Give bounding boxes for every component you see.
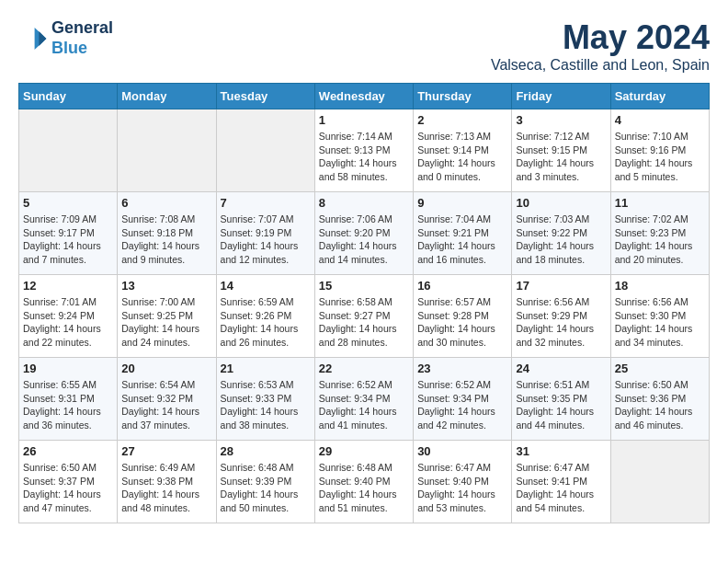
day-info: Sunrise: 6:49 AMSunset: 9:38 PMDaylight:…: [121, 461, 211, 515]
day-number: 11: [615, 196, 705, 210]
day-number: 10: [516, 196, 606, 210]
day-info: Sunrise: 6:51 AMSunset: 9:35 PMDaylight:…: [516, 378, 606, 432]
day-number: 14: [221, 279, 311, 293]
calendar-cell: 24Sunrise: 6:51 AMSunset: 9:35 PMDayligh…: [512, 358, 610, 441]
day-number: 7: [221, 196, 311, 210]
day-number: 4: [615, 113, 705, 127]
weekday-header: Thursday: [414, 84, 512, 109]
weekday-header: Saturday: [610, 84, 709, 109]
calendar-cell: 17Sunrise: 6:56 AMSunset: 9:29 PMDayligh…: [512, 275, 610, 358]
month-title: May 2024: [491, 18, 710, 57]
calendar-cell: 14Sunrise: 6:59 AMSunset: 9:26 PMDayligh…: [216, 275, 314, 358]
calendar-cell: 21Sunrise: 6:53 AMSunset: 9:33 PMDayligh…: [216, 358, 314, 441]
logo: General Blue: [18, 18, 113, 58]
logo-icon: [18, 24, 48, 53]
day-info: Sunrise: 7:07 AMSunset: 9:19 PMDaylight:…: [221, 213, 311, 267]
day-info: Sunrise: 7:14 AMSunset: 9:13 PMDaylight:…: [319, 130, 409, 184]
calendar-table: SundayMondayTuesdayWednesdayThursdayFrid…: [18, 83, 710, 523]
day-number: 12: [23, 279, 113, 293]
page-header: General Blue May 2024 Valseca, Castille …: [18, 18, 710, 74]
calendar-cell: 15Sunrise: 6:58 AMSunset: 9:27 PMDayligh…: [314, 275, 413, 358]
weekday-header: Sunday: [19, 84, 118, 109]
day-info: Sunrise: 7:01 AMSunset: 9:24 PMDaylight:…: [23, 295, 113, 350]
weekday-header: Tuesday: [216, 84, 314, 109]
calendar-cell: 8Sunrise: 7:06 AMSunset: 9:20 PMDaylight…: [314, 192, 413, 275]
calendar-cell: [216, 109, 314, 192]
svg-marker-1: [39, 31, 46, 46]
day-number: 3: [516, 113, 606, 127]
day-info: Sunrise: 6:50 AMSunset: 9:37 PMDaylight:…: [23, 461, 113, 515]
calendar-cell: 18Sunrise: 6:56 AMSunset: 9:30 PMDayligh…: [610, 275, 709, 358]
day-info: Sunrise: 7:12 AMSunset: 9:15 PMDaylight:…: [516, 130, 606, 184]
day-number: 28: [221, 444, 311, 458]
day-number: 6: [121, 196, 211, 210]
title-block: May 2024 Valseca, Castille and Leon, Spa…: [491, 18, 710, 74]
calendar-cell: [118, 109, 216, 192]
day-info: Sunrise: 6:59 AMSunset: 9:26 PMDaylight:…: [221, 295, 311, 350]
day-info: Sunrise: 6:56 AMSunset: 9:30 PMDaylight:…: [615, 295, 705, 350]
day-info: Sunrise: 6:53 AMSunset: 9:33 PMDaylight:…: [221, 378, 311, 432]
day-info: Sunrise: 7:02 AMSunset: 9:23 PMDaylight:…: [615, 213, 705, 267]
day-info: Sunrise: 7:08 AMSunset: 9:18 PMDaylight:…: [121, 213, 211, 267]
calendar-cell: 12Sunrise: 7:01 AMSunset: 9:24 PMDayligh…: [19, 275, 118, 358]
day-info: Sunrise: 7:03 AMSunset: 9:22 PMDaylight:…: [516, 213, 606, 267]
day-number: 26: [23, 444, 113, 458]
calendar-week: 5Sunrise: 7:09 AMSunset: 9:17 PMDaylight…: [19, 192, 710, 275]
day-number: 20: [121, 362, 211, 375]
calendar-week: 1Sunrise: 7:14 AMSunset: 9:13 PMDaylight…: [19, 109, 710, 192]
calendar-week: 19Sunrise: 6:55 AMSunset: 9:31 PMDayligh…: [19, 358, 710, 441]
day-number: 18: [615, 279, 705, 293]
day-number: 16: [417, 279, 507, 293]
day-number: 9: [417, 196, 507, 210]
day-info: Sunrise: 7:04 AMSunset: 9:21 PMDaylight:…: [417, 213, 507, 267]
day-info: Sunrise: 6:56 AMSunset: 9:29 PMDaylight:…: [516, 295, 606, 350]
calendar-cell: 25Sunrise: 6:50 AMSunset: 9:36 PMDayligh…: [610, 358, 709, 441]
day-info: Sunrise: 6:50 AMSunset: 9:36 PMDaylight:…: [615, 378, 705, 432]
calendar-cell: 27Sunrise: 6:49 AMSunset: 9:38 PMDayligh…: [118, 441, 216, 523]
location: Valseca, Castille and Leon, Spain: [491, 57, 710, 74]
calendar-cell: 9Sunrise: 7:04 AMSunset: 9:21 PMDaylight…: [414, 192, 512, 275]
calendar-cell: 2Sunrise: 7:13 AMSunset: 9:14 PMDaylight…: [414, 109, 512, 192]
calendar-cell: 20Sunrise: 6:54 AMSunset: 9:32 PMDayligh…: [118, 358, 216, 441]
day-info: Sunrise: 6:55 AMSunset: 9:31 PMDaylight:…: [23, 378, 113, 432]
calendar-cell: 7Sunrise: 7:07 AMSunset: 9:19 PMDaylight…: [216, 192, 314, 275]
calendar-header: SundayMondayTuesdayWednesdayThursdayFrid…: [19, 84, 710, 109]
day-info: Sunrise: 7:13 AMSunset: 9:14 PMDaylight:…: [417, 130, 507, 184]
calendar-cell: 23Sunrise: 6:52 AMSunset: 9:34 PMDayligh…: [414, 358, 512, 441]
day-number: 24: [516, 362, 606, 375]
calendar-cell: 10Sunrise: 7:03 AMSunset: 9:22 PMDayligh…: [512, 192, 610, 275]
calendar-cell: 5Sunrise: 7:09 AMSunset: 9:17 PMDaylight…: [19, 192, 118, 275]
day-info: Sunrise: 6:48 AMSunset: 9:40 PMDaylight:…: [319, 461, 409, 515]
logo-text: General Blue: [51, 18, 113, 58]
day-number: 19: [23, 362, 113, 375]
calendar-cell: 26Sunrise: 6:50 AMSunset: 9:37 PMDayligh…: [19, 441, 118, 523]
weekday-header: Friday: [512, 84, 610, 109]
calendar-cell: 28Sunrise: 6:48 AMSunset: 9:39 PMDayligh…: [216, 441, 314, 523]
calendar-cell: 29Sunrise: 6:48 AMSunset: 9:40 PMDayligh…: [314, 441, 413, 523]
calendar-cell: 19Sunrise: 6:55 AMSunset: 9:31 PMDayligh…: [19, 358, 118, 441]
day-info: Sunrise: 7:06 AMSunset: 9:20 PMDaylight:…: [319, 213, 409, 267]
day-info: Sunrise: 7:10 AMSunset: 9:16 PMDaylight:…: [615, 130, 705, 184]
calendar-cell: [610, 441, 709, 523]
calendar-cell: 3Sunrise: 7:12 AMSunset: 9:15 PMDaylight…: [512, 109, 610, 192]
day-number: 13: [121, 279, 211, 293]
calendar-cell: 6Sunrise: 7:08 AMSunset: 9:18 PMDaylight…: [118, 192, 216, 275]
day-number: 8: [319, 196, 409, 210]
calendar-week: 26Sunrise: 6:50 AMSunset: 9:37 PMDayligh…: [19, 441, 710, 523]
day-info: Sunrise: 6:48 AMSunset: 9:39 PMDaylight:…: [221, 461, 311, 515]
calendar-cell: 31Sunrise: 6:47 AMSunset: 9:41 PMDayligh…: [512, 441, 610, 523]
calendar-cell: 22Sunrise: 6:52 AMSunset: 9:34 PMDayligh…: [314, 358, 413, 441]
day-number: 22: [319, 362, 409, 375]
day-number: 1: [319, 113, 409, 127]
day-info: Sunrise: 6:58 AMSunset: 9:27 PMDaylight:…: [319, 295, 409, 350]
calendar-week: 12Sunrise: 7:01 AMSunset: 9:24 PMDayligh…: [19, 275, 710, 358]
calendar-cell: 30Sunrise: 6:47 AMSunset: 9:40 PMDayligh…: [414, 441, 512, 523]
day-number: 15: [319, 279, 409, 293]
day-number: 2: [417, 113, 507, 127]
day-number: 27: [121, 444, 211, 458]
day-info: Sunrise: 6:52 AMSunset: 9:34 PMDaylight:…: [417, 378, 507, 432]
calendar-cell: 16Sunrise: 6:57 AMSunset: 9:28 PMDayligh…: [414, 275, 512, 358]
day-info: Sunrise: 7:09 AMSunset: 9:17 PMDaylight:…: [23, 213, 113, 267]
day-info: Sunrise: 6:57 AMSunset: 9:28 PMDaylight:…: [417, 295, 507, 350]
weekday-header: Monday: [118, 84, 216, 109]
